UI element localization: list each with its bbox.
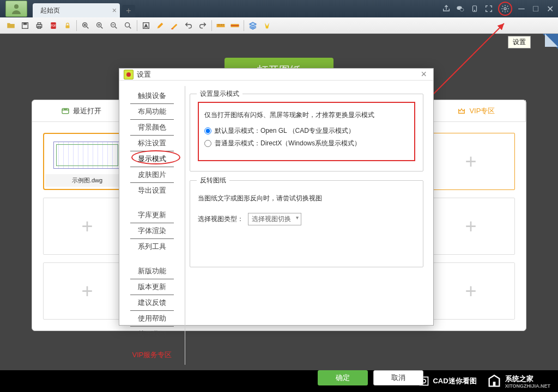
tab-recent-label: 最近打开 (73, 106, 101, 116)
zoom-fit-button[interactable] (79, 19, 92, 32)
nav-layout[interactable]: 布局功能 (130, 104, 174, 120)
user-avatar[interactable] (5, 1, 27, 17)
svg-rect-23 (62, 108, 69, 113)
highlight-box: 仅当打开图纸有闪烁、黑屏等现象时，才推荐更换显示模式 默认显示模式：Open G… (198, 102, 415, 161)
open-file-button[interactable] (4, 19, 17, 32)
nav-feedback[interactable]: 建议反馈 (130, 295, 174, 311)
dialog-nav: 触摸设备 布局功能 背景颜色 标注设置 显示模式 皮肤图片 导出设置 字库更新 … (119, 81, 185, 370)
view-type-select[interactable]: 选择视图切换 (248, 213, 301, 225)
measure-arrow-button[interactable] (228, 19, 241, 32)
nav-tools[interactable]: 系列工具 (130, 239, 174, 254)
close-window-icon[interactable]: ✕ (545, 4, 555, 14)
tab-vip[interactable]: VIP专区 (427, 100, 526, 121)
page-corner-icon (543, 34, 558, 49)
svg-rect-13 (66, 25, 70, 28)
fullscreen-icon[interactable] (484, 4, 494, 14)
nav-ver-update[interactable]: 版本更新 (130, 279, 174, 295)
file-slot-empty[interactable]: + (427, 198, 515, 255)
nav-help[interactable]: 使用帮助 (130, 311, 174, 327)
radio-directx[interactable]: 普通显示模式：DirectX（Windows系统显示模式） (204, 139, 409, 148)
flip-hint: 当图纸文字或图形反向时，请尝试切换视图 (198, 194, 415, 203)
nav-display[interactable]: 显示模式 (130, 151, 174, 167)
file-item-sample[interactable]: 示例图.dwg (43, 133, 131, 190)
highlighter-button[interactable] (168, 19, 181, 32)
flip-select-label: 选择视图类型： (198, 215, 244, 224)
nav-skin[interactable]: 皮肤图片 (130, 167, 174, 183)
radio-opengl-label: 默认显示模式：Open GL （CAD专业显示模式） (215, 126, 355, 136)
flip-fieldset: 反转图纸 当图纸文字或图形反向时，请尝试切换视图 选择视图类型： 选择视图切换 (190, 180, 423, 267)
new-tab-button[interactable]: + (122, 5, 135, 17)
undo-button[interactable] (182, 19, 195, 32)
nav-font-update[interactable]: 字库更新 (130, 207, 174, 223)
titlebar: 起始页 × + ─ □ ✕ (0, 0, 558, 17)
dialog-content: 设置显示模式 仅当打开图纸有闪烁、黑屏等现象时，才推荐更换显示模式 默认显示模式… (185, 86, 433, 365)
lock-button[interactable] (61, 19, 74, 32)
svg-rect-27 (493, 382, 495, 386)
svg-point-17 (125, 22, 130, 27)
vip-button[interactable] (260, 19, 274, 32)
svg-point-4 (474, 10, 475, 11)
flip-legend: 反转图纸 (197, 176, 229, 185)
nav-anno[interactable]: 标注设置 (130, 136, 174, 151)
pencil-button[interactable] (154, 19, 167, 32)
file-slot-empty[interactable]: + (43, 262, 131, 320)
nav-touch[interactable]: 触摸设备 (130, 88, 174, 104)
radio-directx-label: 普通显示模式：DirectX（Windows系统显示模式） (215, 139, 361, 148)
mobile-icon[interactable] (470, 4, 480, 14)
nav-about[interactable]: 关于我们 (130, 327, 174, 342)
dialog-close-button[interactable]: × (418, 69, 429, 80)
nav-bg[interactable]: 背景颜色 (130, 120, 174, 136)
tab-vip-label: VIP专区 (469, 106, 495, 116)
tab-label: 起始页 (40, 6, 60, 15)
nav-font-render[interactable]: 字体渲染 (130, 223, 174, 239)
svg-text:PDF: PDF (51, 24, 56, 27)
tab-recent[interactable]: 最近打开 (32, 100, 131, 121)
radio-opengl-input[interactable] (204, 127, 211, 134)
pdf-button[interactable]: PDF (47, 19, 60, 32)
dialog-icon (124, 70, 134, 79)
svg-point-5 (504, 8, 506, 10)
zoom-in-button[interactable] (93, 19, 106, 32)
zoom-out-button[interactable] (107, 19, 120, 32)
main-toolbar: PDF A 设置 (0, 17, 558, 34)
radio-opengl[interactable]: 默认显示模式：Open GL （CAD专业显示模式） (204, 126, 409, 136)
print-button[interactable] (33, 19, 46, 32)
svg-rect-7 (23, 22, 26, 24)
svg-rect-9 (38, 22, 40, 24)
close-icon[interactable]: × (112, 6, 117, 15)
settings-highlight-circle (498, 2, 512, 16)
svg-point-2 (460, 8, 464, 11)
svg-text:A: A (144, 23, 148, 28)
measure-button[interactable] (214, 19, 227, 32)
redo-button[interactable] (196, 19, 209, 32)
wechat-icon[interactable] (456, 4, 465, 14)
svg-rect-20 (217, 24, 225, 27)
ok-button[interactable]: 确定 (318, 370, 368, 385)
text-button[interactable]: A (140, 19, 153, 32)
svg-point-0 (14, 4, 19, 9)
file-slot-empty[interactable]: + (427, 133, 515, 190)
radio-directx-input[interactable] (204, 140, 211, 147)
display-mode-hint: 仅当打开图纸有闪烁、黑屏等现象时，才推荐更换显示模式 (204, 111, 409, 120)
cancel-button[interactable]: 取消 (373, 370, 423, 385)
nav-export[interactable]: 导出设置 (130, 183, 174, 198)
maximize-icon[interactable]: □ (531, 4, 541, 14)
share-icon[interactable] (441, 4, 451, 14)
nav-new-fn[interactable]: 新版功能 (130, 264, 174, 279)
zoom-button[interactable] (122, 19, 135, 32)
dialog-titlebar: 设置 × (119, 69, 433, 81)
minimize-icon[interactable]: ─ (517, 4, 526, 14)
tab-start-page[interactable]: 起始页 × (33, 3, 120, 17)
svg-point-24 (126, 72, 131, 77)
watermark-brand: 系统之家 XITONGZHIJIA.NET (487, 373, 550, 389)
save-button[interactable] (19, 19, 32, 32)
display-mode-legend: 设置显示模式 (197, 89, 242, 99)
layers-button[interactable] (246, 19, 259, 32)
gear-icon[interactable] (500, 4, 510, 14)
file-slot-empty[interactable]: + (43, 198, 131, 255)
nav-vip[interactable]: VIP服务专区 (130, 347, 174, 363)
file-slot-empty[interactable]: + (427, 262, 515, 320)
file-label: 示例图.dwg (45, 174, 129, 187)
display-mode-fieldset: 设置显示模式 仅当打开图纸有闪烁、黑屏等现象时，才推荐更换显示模式 默认显示模式… (190, 94, 423, 171)
settings-dialog: 设置 × 触摸设备 布局功能 背景颜色 标注设置 显示模式 皮肤图片 导出设置 … (119, 68, 434, 326)
